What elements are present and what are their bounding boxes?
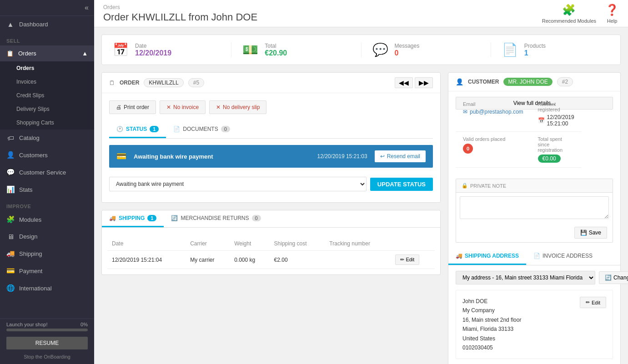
x2-icon: ✕ xyxy=(216,104,221,110)
address-select[interactable]: My address - 16, Main street 33133 Miami… xyxy=(456,271,595,284)
sidebar-item-catalog[interactable]: 🏷 Catalog xyxy=(0,130,94,146)
sidebar-item-shipping[interactable]: 🚚 Shipping xyxy=(0,245,94,262)
submenu-item-invoices[interactable]: Invoices xyxy=(0,75,94,89)
puzzle-icon: 🧩 xyxy=(562,4,576,16)
tab-invoice-address[interactable]: 📄 INVOICE ADDRESS xyxy=(526,248,600,265)
recommended-modules-button[interactable]: 🧩 Recommended Modules xyxy=(542,4,596,24)
update-status-button[interactable]: UPDATE STATUS xyxy=(370,178,433,191)
stop-onboarding-link[interactable]: Stop the OnBoarding xyxy=(0,352,94,364)
shipping-table-body: 12/20/2019 15:21:04 My carrier 0.000 kg … xyxy=(107,251,435,269)
tab-shipping-address[interactable]: 🚚 SHIPPING ADDRESS xyxy=(448,248,526,265)
tab-shipping[interactable]: 🚚 SHIPPING 1 xyxy=(102,210,164,227)
sidebar-item-international[interactable]: 🌐 International xyxy=(0,279,94,297)
sidebar-item-design[interactable]: 🖥 Design xyxy=(0,228,94,245)
total-value: €20.90 xyxy=(265,49,287,57)
sidebar-shipping-label: Shipping xyxy=(19,250,42,257)
edit-shipping-button[interactable]: ✏ Edit xyxy=(395,254,419,265)
order-label: ORDER xyxy=(120,80,139,86)
private-note-footer: 💾 Save xyxy=(456,224,613,242)
order-panel: 🗒 ORDER KHWLILZLL #5 ◀◀ ▶▶ xyxy=(101,72,441,203)
sidebar-item-payment[interactable]: 💳 Payment xyxy=(0,262,94,279)
submenu-item-orders[interactable]: Orders xyxy=(0,61,94,75)
next-order-button[interactable]: ▶▶ xyxy=(415,77,433,88)
shipping-address-tab-label: SHIPPING ADDRESS xyxy=(465,253,519,259)
order-panel-body: 🖨 Print order ✕ No invoice ✕ No delivery xyxy=(102,93,440,202)
total-spent-label: Total spent since registration xyxy=(538,136,574,153)
sidebar-item-stats[interactable]: 📊 Stats xyxy=(0,181,94,198)
order-panel-header: 🗒 ORDER KHWLILZLL #5 ◀◀ ▶▶ xyxy=(102,73,440,93)
payment-icon: 💳 xyxy=(6,267,15,275)
status-tab-badge: 1 xyxy=(150,126,159,132)
sidebar-catalog-label: Catalog xyxy=(19,135,40,141)
prev-order-button[interactable]: ◀◀ xyxy=(395,77,413,88)
tab-merchandise-returns[interactable]: 🔄 MERCHANDISE RETURNS 0 xyxy=(164,210,268,227)
sidebar: « ▲ Dashboard SELL 📋 Orders ▲ Orders Inv… xyxy=(0,0,94,364)
print-order-label: Print order xyxy=(124,104,149,110)
print-order-button[interactable]: 🖨 Print order xyxy=(109,100,156,114)
reply-icon: ↩ xyxy=(380,153,385,160)
orders-left: 📋 Orders xyxy=(6,50,36,57)
progress-bar xyxy=(6,329,88,331)
invoice-icon: 📄 xyxy=(533,253,540,259)
modules-icon: 🧩 xyxy=(6,215,15,224)
save-note-button[interactable]: 💾 Save xyxy=(574,227,607,239)
status-row: 💳 Awaiting bank wire payment 12/20/2019 … xyxy=(109,145,433,168)
sidebar-item-modules[interactable]: 🧩 Modules xyxy=(0,211,94,228)
help-icon: ❓ xyxy=(605,4,619,16)
col-tracking: Tracking number xyxy=(325,237,391,251)
calendar-icon: 📅 xyxy=(113,42,129,57)
address-street: 16, Main street 2nd floor xyxy=(462,315,521,324)
lock-icon: 🔒 xyxy=(462,183,468,189)
no-delivery-slip-label: No delivery slip xyxy=(223,104,260,110)
sidebar-item-orders[interactable]: 📋 Orders ▲ xyxy=(0,45,94,61)
order-nav: ◀◀ ▶▶ xyxy=(395,77,433,88)
customer-panel: 👤 CUSTOMER MR. JOHN DOE #2 View full det… xyxy=(448,72,621,364)
refresh2-icon: 🔄 xyxy=(605,274,612,281)
orders-icon: 📋 xyxy=(6,50,14,57)
sidebar-item-dashboard[interactable]: ▲ Dashboard xyxy=(0,16,94,33)
money-icon: 💵 xyxy=(242,42,258,57)
order-layout: 🗒 ORDER KHWLILZLL #5 ◀◀ ▶▶ xyxy=(101,72,621,364)
documents-tab-label: DOCUMENTS xyxy=(183,126,218,132)
sidebar-customers-label: Customers xyxy=(19,152,48,159)
customer-name-badge: MR. JOHN DOE xyxy=(503,78,552,86)
table-row: 12/20/2019 15:21:04 My carrier 0.000 kg … xyxy=(107,251,435,269)
design-icon: 🖥 xyxy=(6,233,15,240)
resend-email-button[interactable]: ↩ Resend email xyxy=(375,150,426,162)
no-invoice-button[interactable]: ✕ No invoice xyxy=(160,100,206,114)
order-tab-bar: 🕐 STATUS 1 📄 DOCUMENTS 0 xyxy=(109,121,433,139)
tab-documents[interactable]: 📄 DOCUMENTS 0 xyxy=(166,121,237,138)
ship-edit-cell: ✏ Edit xyxy=(391,251,435,269)
sidebar-item-customer-service[interactable]: 💬 Customer Service xyxy=(0,164,94,181)
no-delivery-slip-button[interactable]: ✕ No delivery slip xyxy=(209,100,266,114)
resume-button[interactable]: RESUME xyxy=(6,337,88,349)
ship-tracking xyxy=(325,251,391,269)
no-invoice-label: No invoice xyxy=(173,104,199,110)
content: 📅 Date 12/20/2019 💵 Total €20.90 💬 xyxy=(94,27,628,364)
status-content: 💳 Awaiting bank wire payment 12/20/2019 … xyxy=(109,139,433,195)
tab-status[interactable]: 🕐 STATUS 1 xyxy=(109,121,166,138)
refresh-icon: 🔄 xyxy=(171,215,178,221)
submenu-item-delivery-slips[interactable]: Delivery Slips xyxy=(0,102,94,116)
help-button[interactable]: ❓ Help xyxy=(605,4,619,24)
sidebar-stats-label: Stats xyxy=(19,186,33,193)
submenu-item-shopping-carts[interactable]: Shopping Carts xyxy=(0,116,94,130)
change-address-button[interactable]: 🔄 Change xyxy=(599,271,628,284)
address-card: John DOE My Company 16, Main street 2nd … xyxy=(456,290,613,359)
ship-carrier: My carrier xyxy=(186,251,230,269)
submenu-item-credit-slips[interactable]: Credit Slips xyxy=(0,89,94,102)
col-date: Date xyxy=(107,237,186,251)
collapse-icon[interactable]: « xyxy=(85,4,89,12)
email-value: ✉ pub@prestashop.com xyxy=(463,109,523,115)
private-note-textarea[interactable] xyxy=(460,196,609,219)
sidebar-toggle[interactable]: « xyxy=(0,0,94,16)
help-label: Help xyxy=(607,18,618,24)
status-select[interactable]: Awaiting bank wire payment Payment accep… xyxy=(109,177,367,191)
top-header: Orders Order KHWLILZLL from John DOE 🧩 R… xyxy=(94,0,628,27)
page-title: Order KHWLILZLL from John DOE xyxy=(103,11,257,23)
sidebar-item-customers[interactable]: 👤 Customers xyxy=(0,146,94,164)
awaiting-payment-text: Awaiting bank wire payment xyxy=(134,153,310,160)
edit-address-button[interactable]: ✏ Edit xyxy=(580,297,606,308)
header-actions: 🧩 Recommended Modules ❓ Help xyxy=(542,4,619,24)
recommended-modules-label: Recommended Modules xyxy=(542,18,596,24)
